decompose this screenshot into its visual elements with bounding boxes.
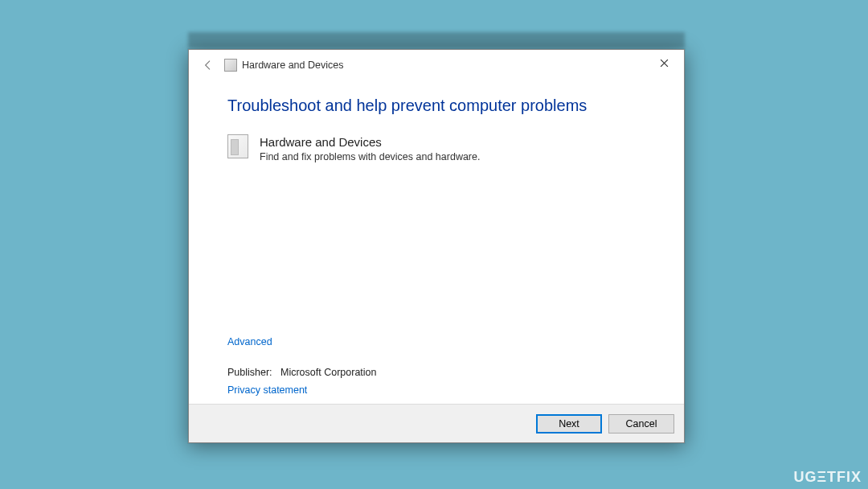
troubleshooter-item: Hardware and Devices Find and fix proble…	[227, 134, 645, 162]
back-button[interactable]	[199, 55, 218, 75]
item-description: Find and fix problems with devices and h…	[260, 151, 480, 162]
watermark: UGΞTFIX	[793, 469, 862, 486]
hardware-icon	[224, 59, 237, 72]
item-title: Hardware and Devices	[260, 134, 480, 150]
device-icon	[227, 134, 248, 158]
heading: Troubleshoot and help prevent computer p…	[227, 97, 645, 115]
publisher-label: Publisher:	[227, 367, 272, 378]
dialog-content: Troubleshoot and help prevent computer p…	[189, 80, 684, 404]
publisher-row: Publisher: Microsoft Corporation	[227, 367, 645, 378]
dialog-footer: Next Cancel	[189, 404, 684, 442]
publisher-value: Microsoft Corporation	[280, 367, 377, 378]
next-button[interactable]: Next	[536, 414, 602, 434]
advanced-link[interactable]: Advanced	[227, 336, 645, 347]
privacy-statement-link[interactable]: Privacy statement	[227, 384, 645, 396]
cancel-button[interactable]: Cancel	[608, 414, 674, 434]
titlebar: Hardware and Devices	[189, 50, 684, 80]
troubleshooter-dialog: Hardware and Devices Troubleshoot and he…	[188, 49, 685, 443]
close-button[interactable]	[647, 51, 681, 75]
dialog-title: Hardware and Devices	[242, 60, 343, 71]
